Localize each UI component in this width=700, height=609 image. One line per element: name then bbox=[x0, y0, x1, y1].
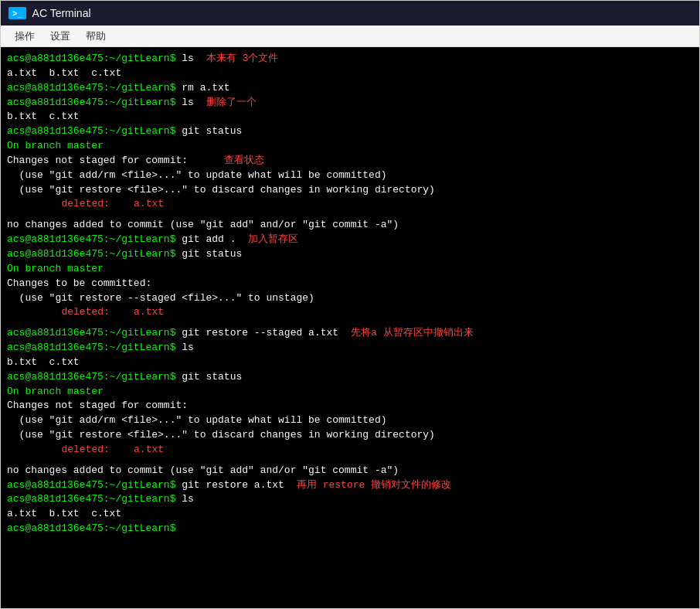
terminal-line: deleted: a.txt bbox=[7, 305, 693, 320]
annotation: 查看状态 bbox=[200, 154, 264, 168]
prompt: acs@a881d136e475:~/gitLearn$ bbox=[7, 522, 182, 536]
annotation: 本来有 3个文件 bbox=[206, 52, 279, 66]
prompt: acs@a881d136e475:~/gitLearn$ bbox=[7, 478, 182, 493]
terminal-line: On branch master bbox=[7, 139, 693, 154]
prompt: acs@a881d136e475:~/gitLearn$ bbox=[7, 81, 182, 96]
terminal-line: no changes added to commit (use "git add… bbox=[7, 464, 693, 478]
prompt: acs@a881d136e475:~/gitLearn$ bbox=[7, 124, 182, 139]
terminal-line: no changes added to commit (use "git add… bbox=[7, 218, 693, 233]
command: ls bbox=[182, 492, 194, 507]
annotation: 删除了一个 bbox=[206, 96, 257, 111]
terminal-line: On branch master bbox=[7, 262, 693, 277]
prompt: acs@a881d136e475:~/gitLearn$ bbox=[7, 370, 182, 385]
terminal-line: acs@a881d136e475:~/gitLearn$ git status bbox=[7, 370, 693, 385]
terminal-line: acs@a881d136e475:~/gitLearn$ ls bbox=[7, 341, 693, 356]
command: git status bbox=[182, 124, 242, 139]
prompt: acs@a881d136e475:~/gitLearn$ bbox=[7, 96, 182, 111]
command: git restore a.txt bbox=[182, 478, 284, 493]
terminal-line: Changes not staged for commit: 查看状态 bbox=[7, 154, 693, 168]
window-title: AC Terminal bbox=[32, 7, 91, 19]
annotation: 先将a 从暂存区中撤销出来 bbox=[351, 326, 474, 341]
terminal-icon: >_ bbox=[8, 7, 26, 19]
menu-item-help[interactable]: 帮助 bbox=[78, 28, 114, 45]
prompt: acs@a881d136e475:~/gitLearn$ bbox=[7, 492, 182, 507]
terminal-line: (use "git add/rm <file>..." to update wh… bbox=[7, 413, 693, 428]
terminal-line: acs@a881d136e475:~/gitLearn$ git status bbox=[7, 247, 693, 262]
terminal-line bbox=[7, 320, 693, 326]
command: git status bbox=[182, 247, 242, 262]
terminal-line: (use "git restore --staged <file>..." to… bbox=[7, 291, 693, 306]
terminal-line: Changes not staged for commit: bbox=[7, 399, 693, 413]
terminal-line: (use "git restore <file>..." to discard … bbox=[7, 428, 693, 443]
terminal-line: acs@a881d136e475:~/gitLearn$ git add .加入… bbox=[7, 233, 693, 247]
prompt: acs@a881d136e475:~/gitLearn$ bbox=[7, 233, 182, 247]
prompt: acs@a881d136e475:~/gitLearn$ bbox=[7, 341, 182, 356]
command: ls bbox=[182, 52, 194, 66]
terminal-line: (use "git add/rm <file>..." to update wh… bbox=[7, 168, 693, 183]
output-text: Changes not staged for commit: bbox=[7, 154, 188, 168]
terminal-line: On branch master bbox=[7, 385, 693, 400]
terminal-line: acs@a881d136e475:~/gitLearn$ ls bbox=[7, 492, 693, 507]
terminal-line: acs@a881d136e475:~/gitLearn$ ls删除了一个 bbox=[7, 96, 693, 111]
terminal-line: deleted: a.txt bbox=[7, 197, 693, 212]
command: ls bbox=[182, 341, 194, 356]
annotation: 加入暂存区 bbox=[248, 233, 298, 247]
terminal-line: a.txt b.txt c.txt bbox=[7, 66, 693, 81]
command: git add . bbox=[182, 233, 236, 247]
window: >_ AC Terminal 操作 设置 帮助 acs@a881d136e475… bbox=[0, 0, 700, 609]
menu-item-settings[interactable]: 设置 bbox=[42, 28, 78, 45]
terminal-line: acs@a881d136e475:~/gitLearn$ git status bbox=[7, 124, 693, 139]
annotation: 再用 restore 撤销对文件的修改 bbox=[297, 478, 451, 493]
prompt: acs@a881d136e475:~/gitLearn$ bbox=[7, 247, 182, 262]
command: git status bbox=[182, 370, 242, 385]
terminal-line: acs@a881d136e475:~/gitLearn$ git restore… bbox=[7, 478, 693, 493]
terminal-line: deleted: a.txt bbox=[7, 443, 693, 458]
menu-bar: 操作 设置 帮助 bbox=[1, 26, 699, 47]
terminal-line: b.txt c.txt bbox=[7, 356, 693, 370]
terminal-line: Changes to be committed: bbox=[7, 277, 693, 291]
terminal-line: a.txt b.txt c.txt bbox=[7, 507, 693, 522]
terminal-line: acs@a881d136e475:~/gitLearn$ git restore… bbox=[7, 326, 693, 341]
terminal-line: acs@a881d136e475:~/gitLearn$ bbox=[7, 522, 693, 536]
terminal-line bbox=[7, 458, 693, 464]
terminal-line: acs@a881d136e475:~/gitLearn$ rm a.txt bbox=[7, 81, 693, 96]
command: git restore --staged a.txt bbox=[182, 326, 338, 341]
terminal-line bbox=[7, 212, 693, 218]
menu-item-actions[interactable]: 操作 bbox=[7, 28, 42, 45]
terminal-line: b.txt c.txt bbox=[7, 110, 693, 124]
terminal-line: (use "git restore <file>..." to discard … bbox=[7, 183, 693, 198]
prompt: acs@a881d136e475:~/gitLearn$ bbox=[7, 52, 182, 66]
terminal-output[interactable]: acs@a881d136e475:~/gitLearn$ ls本来有 3个文件a… bbox=[1, 47, 699, 608]
command: ls bbox=[182, 96, 194, 111]
title-bar: >_ AC Terminal bbox=[1, 1, 699, 26]
prompt: acs@a881d136e475:~/gitLearn$ bbox=[7, 326, 182, 341]
command: rm a.txt bbox=[182, 81, 229, 96]
terminal-line: acs@a881d136e475:~/gitLearn$ ls本来有 3个文件 bbox=[7, 52, 693, 66]
